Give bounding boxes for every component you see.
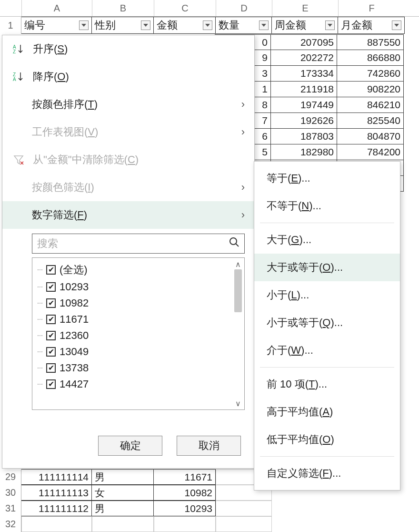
- scroll-up-icon[interactable]: ∧: [233, 259, 243, 269]
- number-filter-submenu: 等于(E)... 不等于(N)... 大于(G)... 大于或等于(O)... …: [254, 161, 400, 491]
- row-number[interactable]: 31: [0, 501, 21, 516]
- col-letter-E[interactable]: E: [272, 0, 338, 16]
- scroll-thumb[interactable]: [234, 269, 242, 312]
- filter-search-input[interactable]: 搜索: [32, 234, 245, 254]
- col-letter-F[interactable]: F: [338, 0, 405, 16]
- checkbox-icon[interactable]: ✔: [46, 298, 56, 308]
- col-letter-D[interactable]: D: [216, 0, 272, 16]
- checkbox-icon[interactable]: ✔: [46, 347, 56, 357]
- menu-separator: [260, 456, 394, 457]
- cell[interactable]: 182980: [271, 144, 337, 160]
- sort-asc-icon: AZ: [12, 43, 25, 55]
- menu-label: 升序(S): [33, 42, 68, 56]
- header-cell-B[interactable]: 性别: [92, 17, 154, 34]
- submenu-top-10[interactable]: 前 10 项(T)...: [254, 370, 400, 398]
- cell[interactable]: 111111112: [21, 501, 92, 516]
- header-cell-E[interactable]: 周金额: [272, 17, 338, 34]
- col-letter-B[interactable]: B: [92, 0, 154, 16]
- cell[interactable]: 908220: [337, 82, 404, 97]
- row-number[interactable]: 29: [0, 469, 21, 485]
- cell[interactable]: 804870: [337, 129, 404, 144]
- cell[interactable]: 女: [92, 485, 154, 501]
- cell[interactable]: 187803: [271, 129, 337, 144]
- header-cell-C[interactable]: 金额: [154, 17, 216, 34]
- filter-value-item[interactable]: ⋯✔13049: [34, 344, 242, 360]
- submenu-equals[interactable]: 等于(E)...: [254, 164, 400, 192]
- cell[interactable]: 846210: [337, 97, 404, 113]
- cell[interactable]: [92, 516, 154, 532]
- cell[interactable]: 784200: [337, 144, 404, 160]
- checkbox-icon[interactable]: ✔: [46, 331, 56, 340]
- cell[interactable]: 111111114: [21, 469, 92, 485]
- svg-point-4: [230, 238, 237, 245]
- filter-value-item[interactable]: ⋯✔10982: [34, 295, 242, 311]
- submenu-less[interactable]: 小于(L)...: [254, 281, 400, 309]
- cell[interactable]: 192626: [271, 113, 337, 129]
- col-letter-A[interactable]: A: [21, 0, 92, 16]
- filter-value-item[interactable]: ⋯✔13738: [34, 360, 242, 376]
- filter-dropdown-button[interactable]: [325, 20, 335, 30]
- header-cell-F[interactable]: 月金额: [338, 17, 405, 34]
- cell[interactable]: 10982: [154, 485, 216, 501]
- filter-dropdown-button[interactable]: [392, 20, 401, 30]
- filter-dropdown-button[interactable]: [259, 20, 269, 30]
- submenu-below-average[interactable]: 低于平均值(O): [254, 426, 400, 453]
- cell[interactable]: 11671: [154, 469, 216, 485]
- row-number-1[interactable]: 1: [0, 17, 21, 34]
- cell[interactable]: 197449: [271, 97, 337, 113]
- filter-dropdown-button[interactable]: [141, 20, 150, 30]
- checkbox-icon[interactable]: ✔: [46, 265, 56, 275]
- cell[interactable]: [216, 501, 272, 516]
- header-label: 金额: [157, 18, 178, 32]
- header-cell-A[interactable]: 编号: [21, 17, 92, 34]
- filter-dropdown-button[interactable]: [79, 20, 89, 30]
- submenu-greater-or-equal[interactable]: 大于或等于(O)...: [254, 254, 400, 281]
- cell[interactable]: [154, 516, 216, 532]
- ok-button[interactable]: 确定: [98, 436, 162, 456]
- cell[interactable]: 男: [92, 469, 154, 485]
- sort-descending[interactable]: ZA 降序(O): [2, 63, 254, 91]
- submenu-not-equals[interactable]: 不等于(N)...: [254, 192, 400, 220]
- cell[interactable]: 202272: [271, 50, 337, 66]
- filter-value-select-all[interactable]: ⋯✔(全选): [34, 261, 242, 279]
- submenu-between[interactable]: 介于(W)...: [254, 337, 400, 364]
- cell[interactable]: [216, 516, 272, 532]
- cell[interactable]: 825540: [337, 113, 404, 129]
- cell[interactable]: [21, 516, 92, 532]
- cell[interactable]: 173334: [271, 66, 337, 82]
- cell[interactable]: 211918: [271, 82, 337, 97]
- filter-value-item[interactable]: ⋯✔11671: [34, 311, 242, 327]
- cell[interactable]: 887550: [337, 34, 404, 50]
- scroll-down-icon[interactable]: ∨: [233, 398, 243, 409]
- filter-value-item[interactable]: ⋯✔10293: [34, 279, 242, 295]
- cancel-button[interactable]: 取消: [177, 436, 241, 456]
- checkbox-icon[interactable]: ✔: [46, 363, 56, 373]
- clear-filter: 从"金额"中清除筛选(C): [2, 146, 254, 174]
- filter-dropdown-button[interactable]: [203, 20, 212, 30]
- chevron-down-icon: [394, 24, 399, 27]
- sort-by-color[interactable]: 按颜色排序(T) ›: [2, 91, 254, 118]
- scrollbar[interactable]: ∧ ∨: [233, 259, 243, 409]
- submenu-above-average[interactable]: 高于平均值(A): [254, 398, 400, 426]
- filter-value-item[interactable]: ⋯✔14427: [34, 376, 242, 392]
- cell[interactable]: 10293: [154, 501, 216, 516]
- checkbox-icon[interactable]: ✔: [46, 315, 56, 324]
- row-number[interactable]: 32: [0, 516, 21, 532]
- checkbox-icon[interactable]: ✔: [46, 379, 56, 389]
- cell[interactable]: 男: [92, 501, 154, 516]
- submenu-less-or-equal[interactable]: 小于或等于(Q)...: [254, 309, 400, 337]
- filter-values-list: ⋯✔(全选) ⋯✔10293 ⋯✔10982 ⋯✔11671 ⋯✔12360 ⋯…: [32, 257, 245, 410]
- submenu-custom-filter[interactable]: 自定义筛选(F)...: [254, 460, 400, 487]
- sort-ascending[interactable]: AZ 升序(S): [2, 35, 254, 63]
- checkbox-icon[interactable]: ✔: [46, 282, 56, 292]
- filter-value-item[interactable]: ⋯✔12360: [34, 327, 242, 344]
- row-number[interactable]: 30: [0, 485, 21, 501]
- number-filter[interactable]: 数字筛选(F) ›: [2, 201, 254, 229]
- submenu-greater[interactable]: 大于(G)...: [254, 226, 400, 254]
- cell[interactable]: 207095: [271, 34, 337, 50]
- cell[interactable]: 111111113: [21, 485, 92, 501]
- header-cell-D[interactable]: 数量: [216, 17, 272, 34]
- cell[interactable]: 742860: [337, 66, 404, 82]
- col-letter-C[interactable]: C: [154, 0, 216, 16]
- cell[interactable]: 866880: [337, 50, 404, 66]
